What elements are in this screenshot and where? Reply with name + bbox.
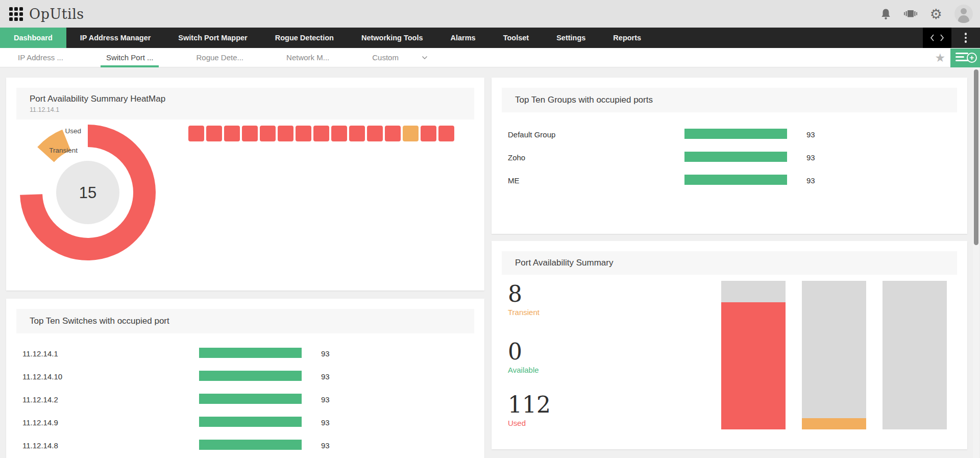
overflow-menu-icon[interactable] xyxy=(965,33,967,43)
vertical-scrollbar[interactable] xyxy=(973,67,979,458)
row-value: 93 xyxy=(806,130,815,138)
nav-tab-toolset[interactable]: Toolset xyxy=(489,28,543,48)
notifications-bell-icon[interactable] xyxy=(880,8,891,20)
row-label: ME xyxy=(508,176,520,184)
row-value: 93 xyxy=(321,418,330,426)
occupied-ports-bar[interactable] xyxy=(199,371,302,381)
avatar-head xyxy=(961,8,967,14)
occupied-ports-bar[interactable] xyxy=(199,394,302,404)
chevron-left-icon[interactable] xyxy=(930,34,935,42)
settings-gear-icon[interactable]: ⚙ xyxy=(930,7,942,21)
nav-tab-networking-tools[interactable]: Networking Tools xyxy=(348,28,437,48)
port-usage-column-3[interactable] xyxy=(883,281,947,429)
card-title: Top Ten Groups with occupied ports xyxy=(515,95,944,105)
row-label: 11.12.14.2 xyxy=(22,395,58,403)
heatmap-cell-used[interactable] xyxy=(278,126,293,141)
subtab-switch-port[interactable]: Switch Port ... xyxy=(106,48,154,67)
donut-chart: 15 xyxy=(16,119,180,279)
apps-grid-icon[interactable] xyxy=(9,7,23,21)
main-nav: DashboardIP Address ManagerSwitch Port M… xyxy=(0,28,980,48)
subtab-label: Network M... xyxy=(286,48,329,67)
heatmap-cell-used[interactable] xyxy=(188,126,204,141)
occupied-ports-bar[interactable] xyxy=(199,440,302,450)
heatmap-card-body: 15 Used Transient xyxy=(16,119,474,279)
donut-label-transient: Transient xyxy=(16,147,78,154)
plus-circle-icon: + xyxy=(967,53,977,63)
chevron-right-icon[interactable] xyxy=(940,34,944,42)
donut-center-value: 15 xyxy=(79,184,96,202)
table-row: 11.12.14.193 xyxy=(16,342,474,365)
column-segment xyxy=(802,281,866,418)
nav-tab-ip-address-manager[interactable]: IP Address Manager xyxy=(66,28,165,48)
row-value: 93 xyxy=(806,176,815,184)
heatmap-cell-used[interactable] xyxy=(367,126,383,141)
nav-tab-alarms[interactable]: Alarms xyxy=(437,28,489,48)
row-label: 11.12.14.8 xyxy=(22,441,58,449)
dashboard-subtab-bar: IP Address ...Switch Port ...Rogue Dete.… xyxy=(0,48,980,67)
column-segment xyxy=(721,281,786,302)
card-header: Port Availability Summary HeatMap 11.12.… xyxy=(16,88,474,119)
subtab-items: IP Address ...Switch Port ...Rogue Dete.… xyxy=(0,48,980,67)
nav-tab-dashboard[interactable]: Dashboard xyxy=(0,28,66,48)
table-row: Zoho93 xyxy=(502,146,957,168)
subtab-custom[interactable]: Custom xyxy=(372,48,428,67)
column-segment xyxy=(802,418,866,429)
nav-right xyxy=(923,28,980,48)
group-rows: Default Group93Zoho93ME93 xyxy=(502,123,957,191)
nav-items: DashboardIP Address ManagerSwitch Port M… xyxy=(0,28,655,48)
user-avatar[interactable] xyxy=(954,5,973,23)
heatmap-cell-used[interactable] xyxy=(331,126,347,141)
occupied-ports-bar[interactable] xyxy=(684,175,787,185)
table-row: 11.12.14.993 xyxy=(16,411,474,433)
occupied-ports-bar[interactable] xyxy=(199,417,302,427)
display-wall-icon[interactable] xyxy=(903,9,918,19)
row-value: 93 xyxy=(321,372,330,380)
row-value: 93 xyxy=(321,395,330,403)
subtab-label: Custom xyxy=(372,48,399,67)
scrollbar-thumb[interactable] xyxy=(974,69,978,245)
subtab-label: Switch Port ... xyxy=(106,48,154,67)
summary-card-body: 8Transient0Available112Used xyxy=(502,275,957,438)
heatmap-cell-transient[interactable] xyxy=(403,126,419,141)
dashboard-content: Port Availability Summary HeatMap 11.12.… xyxy=(0,67,980,458)
nav-tab-settings[interactable]: Settings xyxy=(543,28,599,48)
nav-tab-switch-port-mapper[interactable]: Switch Port Mapper xyxy=(164,28,261,48)
nav-tab-reports[interactable]: Reports xyxy=(599,28,655,48)
avatar-shoulders xyxy=(958,15,969,23)
port-usage-column-1[interactable] xyxy=(721,281,786,429)
nav-tab-rogue-detection[interactable]: Rogue Detection xyxy=(261,28,348,48)
heatmap-cell-used[interactable] xyxy=(260,126,276,141)
port-availability-heatmap-card: Port Availability Summary HeatMap 11.12.… xyxy=(6,78,484,291)
subtab-label: Rogue Dete... xyxy=(196,48,243,67)
heatmap-cell-used[interactable] xyxy=(313,126,329,141)
card-title: Top Ten Switches with occupied port xyxy=(30,316,461,326)
heatmap-cell-used[interactable] xyxy=(421,126,436,141)
heatmap-cell-used[interactable] xyxy=(296,126,311,141)
app-logo: OpUtils xyxy=(29,0,84,28)
heatmap-cell-used[interactable] xyxy=(224,126,240,141)
heatmap-cell-used[interactable] xyxy=(385,126,401,141)
row-label: 11.12.14.1 xyxy=(22,349,58,357)
heatmap-cells xyxy=(188,126,454,141)
topbar-icons: ⚙ xyxy=(880,0,973,28)
card-title: Port Availability Summary xyxy=(515,258,944,268)
subtab-ip-address[interactable]: IP Address ... xyxy=(18,48,63,67)
subtab-network-m[interactable]: Network M... xyxy=(286,48,329,67)
heatmap-cell-used[interactable] xyxy=(438,126,454,141)
occupied-ports-bar[interactable] xyxy=(684,129,787,139)
heatmap-cell-used[interactable] xyxy=(242,126,258,141)
groups-card-body: Default Group93Zoho93ME93 xyxy=(502,123,957,191)
chevron-down-icon[interactable] xyxy=(422,56,428,60)
card-header: Port Availability Summary xyxy=(502,251,957,275)
heatmap-cell-used[interactable] xyxy=(206,126,222,141)
table-row: ME93 xyxy=(502,168,957,191)
subtab-rogue-dete[interactable]: Rogue Dete... xyxy=(196,48,243,67)
heatmap-cell-used[interactable] xyxy=(349,126,365,141)
row-value: 93 xyxy=(321,349,330,357)
column-segment xyxy=(883,281,947,429)
favorite-star-icon[interactable]: ★ xyxy=(935,51,945,64)
port-usage-column-2[interactable] xyxy=(802,281,866,429)
occupied-ports-bar[interactable] xyxy=(684,152,787,162)
occupied-ports-bar[interactable] xyxy=(199,348,302,358)
add-widget-button[interactable]: + xyxy=(950,49,980,67)
